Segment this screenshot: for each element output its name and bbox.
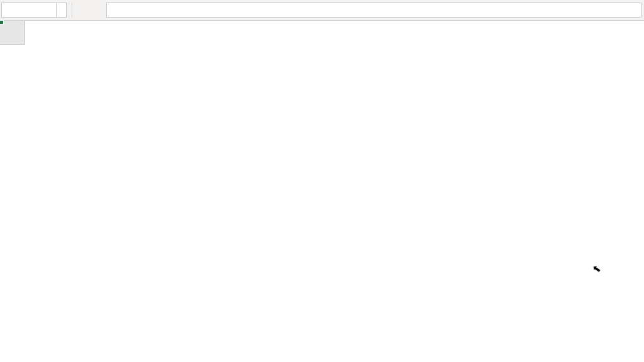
- formula-input[interactable]: [106, 3, 641, 18]
- divider: [72, 3, 72, 17]
- formula-bar: [0, 0, 644, 21]
- name-box-dropdown[interactable]: [57, 3, 67, 18]
- mouse-cursor: ⬉: [591, 262, 601, 275]
- name-box[interactable]: [1, 3, 57, 18]
- select-all-corner[interactable]: [0, 21, 25, 45]
